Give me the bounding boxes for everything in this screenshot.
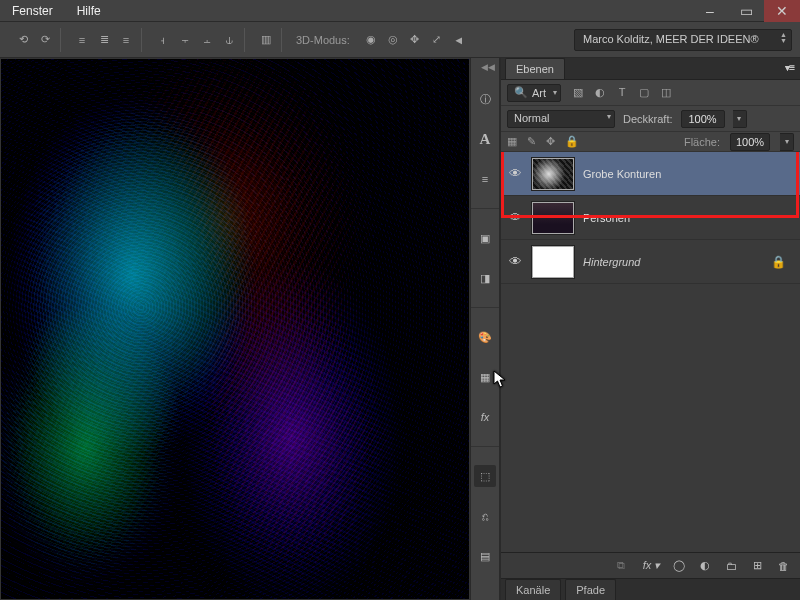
fill-dropdown-button[interactable]: ▾ — [780, 133, 794, 151]
color-panel-icon[interactable]: ▦ — [474, 366, 496, 388]
search-icon: 🔍 — [514, 86, 528, 99]
distribute-v-icon[interactable]: ⫠ — [198, 31, 216, 49]
layer-list: 👁 Grobe Konturen 👁 Personen 👁 Hintergrun… — [501, 152, 800, 552]
character-panel-icon[interactable]: A — [474, 128, 496, 150]
refresh-icon[interactable]: ⟳ — [36, 31, 54, 49]
workspace-label: Marco Kolditz, MEER DER IDEEN® — [583, 33, 759, 45]
layer-thumbnail[interactable] — [531, 157, 575, 191]
dock-collapse-icon[interactable]: ◀◀ — [481, 62, 495, 72]
distribute-x-icon[interactable]: ⫝ — [220, 31, 238, 49]
3d-scale-icon[interactable]: ◄ — [450, 31, 468, 49]
new-group-icon[interactable]: 🗀 — [724, 560, 738, 572]
adjustments-panel-icon[interactable]: ⬚ — [474, 465, 496, 487]
filter-shape-icon[interactable]: ▢ — [637, 86, 651, 99]
layer-row-personen[interactable]: 👁 Personen — [501, 196, 800, 240]
distribute-h-icon[interactable]: ⫞ — [154, 31, 172, 49]
filter-pixel-icon[interactable]: ▧ — [571, 86, 585, 99]
layers-panel: ◀◀ Ebenen ▾≡ 🔍 Art ▾ ▧ ◐ T ▢ ◫ — [500, 58, 800, 600]
visibility-toggle-icon[interactable]: 👁 — [507, 166, 523, 181]
adjustment-layer-icon[interactable]: ◐ — [698, 559, 712, 572]
delete-layer-icon[interactable]: 🗑 — [776, 560, 790, 572]
chevron-down-icon: ▾ — [553, 88, 557, 97]
align-left-icon[interactable]: ≡ — [73, 31, 91, 49]
layer-row-hintergrund[interactable]: 👁 Hintergrund 🔒 — [501, 240, 800, 284]
layer-name[interactable]: Hintergrund — [583, 256, 640, 268]
3d-slide-icon[interactable]: ⤢ — [428, 31, 446, 49]
fill-label: Fläche: — [684, 136, 720, 148]
filter-kind-select[interactable]: 🔍 Art ▾ — [507, 84, 561, 102]
cycle-widget-icon[interactable]: ⟲ — [14, 31, 32, 49]
link-layers-icon[interactable]: ⧉ — [614, 559, 628, 572]
filter-kind-label: Art — [532, 87, 546, 99]
lock-position-icon[interactable]: ✥ — [546, 135, 555, 148]
history-panel-icon[interactable]: ⓘ — [474, 88, 496, 110]
3d-orbit-icon[interactable]: ◉ — [362, 31, 380, 49]
tab-ebenen[interactable]: Ebenen — [505, 58, 565, 79]
blend-mode-value: Normal — [514, 112, 549, 124]
lock-all-icon[interactable]: 🔒 — [565, 135, 579, 148]
layer-thumbnail[interactable] — [531, 245, 575, 279]
lock-icon: 🔒 — [771, 255, 794, 269]
menubar: Fenster Hilfe — [0, 0, 800, 22]
minimize-button[interactable]: – — [692, 0, 728, 22]
dropdown-arrows-icon: ▲▼ — [780, 32, 787, 44]
menu-hilfe[interactable]: Hilfe — [77, 4, 101, 18]
blend-mode-select[interactable]: Normal ▾ — [507, 110, 615, 128]
align-center-icon[interactable]: ≣ — [95, 31, 113, 49]
3d-pan-icon[interactable]: ✥ — [406, 31, 424, 49]
tab-kanaele[interactable]: Kanäle — [505, 579, 561, 600]
layer-row-grobe-konturen[interactable]: 👁 Grobe Konturen — [501, 152, 800, 196]
swatches-panel-icon[interactable]: 🎨 — [474, 326, 496, 348]
styles-panel-icon[interactable]: fx — [474, 406, 496, 428]
fx-button[interactable]: fx▾ — [640, 559, 660, 572]
opacity-label: Deckkraft: — [623, 113, 673, 125]
properties-panel-icon[interactable]: ⎌ — [474, 505, 496, 527]
layer-name[interactable]: Grobe Konturen — [583, 168, 661, 180]
layer-filter-row: 🔍 Art ▾ ▧ ◐ T ▢ ◫ — [501, 80, 800, 106]
add-mask-icon[interactable]: ◯ — [672, 559, 686, 572]
visibility-toggle-icon[interactable]: 👁 — [507, 254, 523, 269]
navigator-panel-icon[interactable]: ▣ — [474, 227, 496, 249]
window-controls: – ▭ ✕ — [692, 0, 800, 22]
filter-type-icon[interactable]: T — [615, 86, 629, 99]
workspace-selector[interactable]: Marco Kolditz, MEER DER IDEEN® ▲▼ — [574, 29, 792, 51]
opacity-dropdown-button[interactable]: ▾ — [733, 110, 747, 128]
paragraph-panel-icon[interactable]: ≡ — [474, 168, 496, 190]
3d-mode-label: 3D-Modus: — [296, 34, 350, 46]
panel-dock: ◀◀ ⓘ A ≡ ▣ ◨ 🎨 ▦ fx ⬚ ⎌ ▤ — [470, 58, 500, 600]
lock-pixels-icon[interactable]: ✎ — [527, 135, 536, 148]
blend-row: Normal ▾ Deckkraft: 100% ▾ — [501, 106, 800, 132]
histogram-panel-icon[interactable]: ◨ — [474, 267, 496, 289]
3d-roll-icon[interactable]: ◎ — [384, 31, 402, 49]
opacity-field[interactable]: 100% — [681, 110, 725, 128]
layer-name[interactable]: Personen — [583, 212, 630, 224]
distribute-m-icon[interactable]: ⫟ — [176, 31, 194, 49]
fill-field[interactable]: 100% — [730, 133, 770, 151]
filter-smart-icon[interactable]: ◫ — [659, 86, 673, 99]
close-window-button[interactable]: ✕ — [764, 0, 800, 22]
document-canvas[interactable] — [0, 58, 470, 600]
auto-align-icon[interactable]: ▥ — [257, 31, 275, 49]
layers-panel-footer: ⧉ fx▾ ◯ ◐ 🗀 ⊞ 🗑 — [501, 552, 800, 578]
layer-thumbnail[interactable] — [531, 201, 575, 235]
menu-fenster[interactable]: Fenster — [12, 4, 53, 18]
options-bar: ⟲ ⟳ ≡ ≣ ≡ ⫞ ⫟ ⫠ ⫝ ▥ 3D-Modus: ◉ ◎ ✥ ⤢ ◄ … — [0, 22, 800, 58]
chevron-down-icon: ▾ — [607, 112, 611, 121]
tab-pfade[interactable]: Pfade — [565, 579, 616, 600]
align-right-icon[interactable]: ≡ — [117, 31, 135, 49]
filter-adjust-icon[interactable]: ◐ — [593, 86, 607, 99]
new-layer-icon[interactable]: ⊞ — [750, 559, 764, 572]
layers-panel-icon[interactable]: ▤ — [474, 545, 496, 567]
lock-transparent-icon[interactable]: ▦ — [507, 135, 517, 148]
panel-menu-icon[interactable]: ▾≡ — [785, 62, 794, 73]
maximize-button[interactable]: ▭ — [728, 0, 764, 22]
lock-row: ▦ ✎ ✥ 🔒 Fläche: 100% ▾ — [501, 132, 800, 152]
visibility-toggle-icon[interactable]: 👁 — [507, 210, 523, 225]
